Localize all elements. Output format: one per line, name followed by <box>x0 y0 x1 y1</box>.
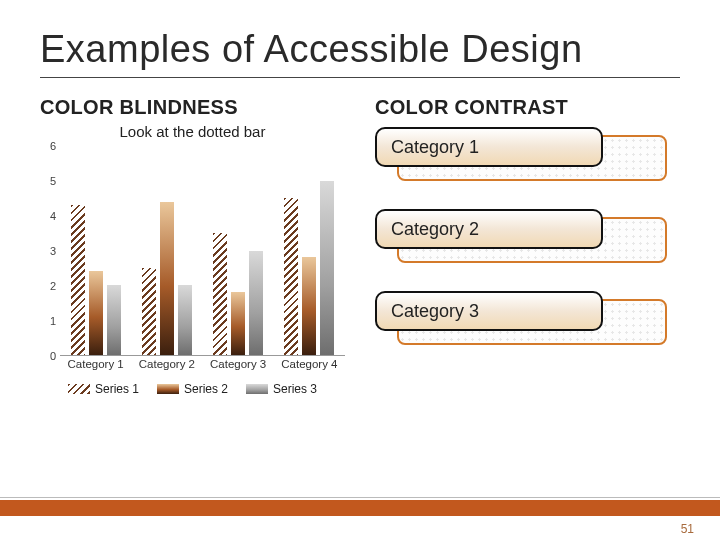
bars-area <box>60 146 345 355</box>
bar <box>284 198 298 355</box>
x-axis: Category 1Category 2Category 3Category 4 <box>60 358 345 376</box>
page-title: Examples of Accessible Design <box>40 28 680 78</box>
bar <box>107 285 121 355</box>
bar <box>160 202 174 355</box>
slide: Examples of Accessible Design COLOR BLIN… <box>0 0 720 540</box>
bar <box>213 233 227 355</box>
bar-group <box>203 146 274 355</box>
bar-group <box>60 146 131 355</box>
contrast-row-2: Category 2 <box>375 209 680 263</box>
x-tick: Category 2 <box>131 358 202 376</box>
legend-item-2: Series 2 <box>157 382 228 396</box>
contrast-examples: Category 1 Category 2 Category 3 <box>375 127 680 345</box>
y-tick: 2 <box>50 280 56 292</box>
bar <box>71 205 85 355</box>
right-heading: COLOR CONTRAST <box>375 96 680 119</box>
front-box-1: Category 1 <box>375 127 603 167</box>
hatch-swatch-icon <box>68 384 90 394</box>
y-tick: 5 <box>50 175 56 187</box>
chart-title: Look at the dotted bar <box>40 123 345 140</box>
front-box-3: Category 3 <box>375 291 603 331</box>
bar <box>320 181 334 355</box>
two-column-layout: COLOR BLINDNESS Look at the dotted bar 0… <box>40 96 680 396</box>
bar-group <box>274 146 345 355</box>
legend-item-3: Series 3 <box>246 382 317 396</box>
x-tick: Category 3 <box>203 358 274 376</box>
y-axis: 0123456 <box>40 146 58 356</box>
bar <box>231 292 245 355</box>
footer-divider <box>0 497 720 498</box>
legend-label-3: Series 3 <box>273 382 317 396</box>
grey-swatch-icon <box>246 384 268 394</box>
footer-accent-bar <box>0 500 720 516</box>
legend-item-1: Series 1 <box>68 382 139 396</box>
bar-group <box>131 146 202 355</box>
legend-label-1: Series 1 <box>95 382 139 396</box>
front-box-2: Category 2 <box>375 209 603 249</box>
bar <box>249 251 263 356</box>
plot-area <box>60 146 345 356</box>
bar <box>89 271 103 355</box>
bar-chart: 0123456 Category 1Category 2Category 3Ca… <box>40 146 345 376</box>
contrast-row-3: Category 3 <box>375 291 680 345</box>
y-tick: 6 <box>50 140 56 152</box>
y-tick: 4 <box>50 210 56 222</box>
y-tick: 1 <box>50 315 56 327</box>
bar <box>302 257 316 355</box>
gradient-swatch-icon <box>157 384 179 394</box>
bar <box>142 268 156 355</box>
contrast-row-1: Category 1 <box>375 127 680 181</box>
y-tick: 0 <box>50 350 56 362</box>
x-tick: Category 4 <box>274 358 345 376</box>
x-tick: Category 1 <box>60 358 131 376</box>
legend: Series 1 Series 2 Series 3 <box>40 382 345 396</box>
legend-label-2: Series 2 <box>184 382 228 396</box>
y-tick: 3 <box>50 245 56 257</box>
left-heading: COLOR BLINDNESS <box>40 96 345 119</box>
left-column: COLOR BLINDNESS Look at the dotted bar 0… <box>40 96 345 396</box>
page-number: 51 <box>681 522 694 536</box>
right-column: COLOR CONTRAST Category 1 Category 2 Cat… <box>375 96 680 396</box>
bar <box>178 285 192 355</box>
